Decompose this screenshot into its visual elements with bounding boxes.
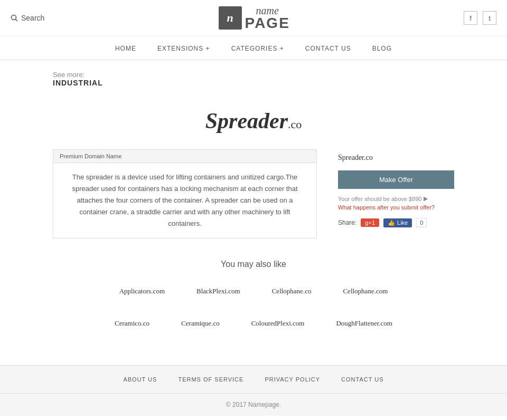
domain-item-ext: .com [227,287,240,295]
list-item[interactable]: Cellophane.com [332,280,398,301]
description-box: Premium Domain Name The spreader is a de… [53,149,317,238]
search-icon [11,14,18,22]
domain-item-ext: .co [142,319,150,327]
share-label: Share: [338,219,356,226]
nav-extensions[interactable]: EXTENSIONS + [157,45,210,52]
footer: ABOUT US TERMS OF SERVICE PRIVACY POLICY… [0,365,507,416]
footer-about[interactable]: ABOUT US [123,376,157,383]
header: Search n name PAGE f t [0,0,507,36]
facebook-like-button[interactable]: 👍 Like [383,218,412,227]
offer-info: Your offer should be above $990 ▶ [338,195,454,202]
search-label: Search [21,14,44,22]
domain-item-ext: .co [303,287,312,295]
category-label[interactable]: INDUSTRIAL [53,79,454,87]
share-row: Share: g+1 👍 Like 0 [338,218,454,227]
also-like-grid: Applicators.com BlackPlexi.com Cellophan… [53,280,454,301]
site-logo[interactable]: n name PAGE [219,5,290,31]
domain-item-name: Cellophane [272,287,303,295]
content-grid: Premium Domain Name The spreader is a de… [53,149,454,238]
facebook-link[interactable]: f [464,11,477,25]
domain-item-ext: .com [379,319,392,327]
facebook-count: 0 [416,218,427,227]
offer-link[interactable]: What happens after you submit offer? [338,204,454,211]
domain-item-name: Ceramique [181,319,211,327]
svg-line-1 [16,20,18,22]
make-offer-button[interactable]: Make Offer [338,170,454,189]
offer-domain-title: Spreader.co [338,149,454,163]
domain-title: Spreader.co [53,108,454,133]
domain-item-name: DoughFlattener [336,319,379,327]
nav-categories[interactable]: CATEGORIES + [231,45,284,52]
domain-item-ext: .com [151,287,165,295]
offer-domain-name: Spreader.co [338,154,373,161]
list-item[interactable]: DoughFlattener.com [325,312,403,333]
social-links: f t [464,11,496,25]
domain-name-text: Spreader [205,109,288,133]
thumbs-up-icon: 👍 [388,219,395,226]
domain-name-display: Spreader.co [205,109,302,133]
copyright-year: © 2017 [226,401,247,408]
footer-links: ABOUT US TERMS OF SERVICE PRIVACY POLICY… [0,366,507,393]
breadcrumb: See more: INDUSTRIAL [0,60,507,92]
domain-item-ext: .com [291,319,305,327]
svg-point-0 [12,15,16,20]
list-item[interactable]: Ceramico.co [104,312,160,333]
footer-terms[interactable]: TERMS OF SERVICE [178,376,243,383]
footer-contact[interactable]: CONTACT US [341,376,384,383]
footer-copyright: © 2017 Namepage. [0,393,507,416]
list-item[interactable]: ColouredPlexi.com [241,312,315,333]
like-label: Like [397,219,408,226]
domain-item-name: Applicators [119,287,152,295]
search-button[interactable]: Search [11,14,44,22]
footer-brand-link[interactable]: Namepage. [248,401,281,408]
footer-brand: Namepage [248,401,279,408]
domain-item-name: ColouredPlexi [251,319,291,327]
offer-panel: Spreader.co Make Offer Your offer should… [338,149,454,227]
domain-item-ext: .co [211,319,220,327]
footer-dot: . [279,401,281,408]
main-content: Spreader.co Premium Domain Name The spre… [0,92,507,365]
nav-blog[interactable]: BLOG [372,45,392,52]
offer-info-text: Your offer should be above $990 [338,196,421,202]
see-more-label: See more: [53,71,454,79]
offer-arrow-icon: ▶ [424,195,428,202]
domain-item-name: Cellophane [343,287,374,295]
google-plus-button[interactable]: g+1 [361,218,379,227]
domain-item-name: BlackPlexi [196,287,227,295]
footer-privacy[interactable]: PRIVACY POLICY [265,376,320,383]
list-item[interactable]: BlackPlexi.com [186,280,251,301]
list-item[interactable]: Cellophane.co [261,280,322,301]
domain-item-ext: .com [374,287,388,295]
twitter-link[interactable]: t [483,11,496,25]
nav-home[interactable]: HOME [115,45,136,52]
domain-item-name: Ceramico [115,319,142,327]
also-like-heading: You may also like [53,260,454,269]
main-nav: HOME EXTENSIONS + CATEGORIES + CONTACT U… [0,36,507,60]
domain-ext-display: .co [288,118,302,131]
list-item[interactable]: Ceramique.co [171,312,230,333]
nav-contact[interactable]: CONTACT US [305,45,351,52]
logo-text: name PAGE [245,5,290,31]
facebook-icon: f [470,14,472,22]
also-like-grid-2: Ceramico.co Ceramique.co ColouredPlexi.c… [53,312,454,333]
box-body: The spreader is a device used for liftin… [53,163,316,238]
logo-icon: n [219,6,242,30]
twitter-icon: t [489,14,491,22]
box-header: Premium Domain Name [53,150,316,163]
list-item[interactable]: Applicators.com [109,280,175,301]
